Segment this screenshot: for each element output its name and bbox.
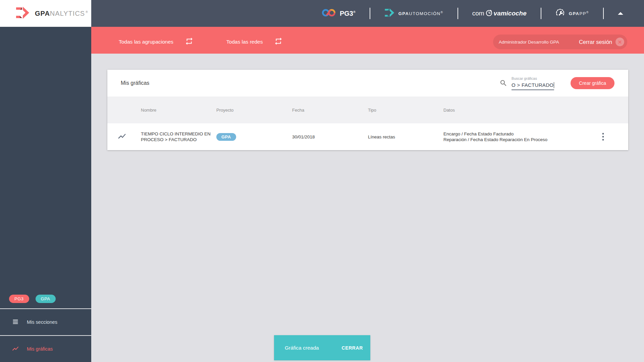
gpautomocion-wordmark: GPAUTOMOCIÓN®	[398, 11, 443, 16]
column-header-datos: Datos	[443, 108, 578, 113]
swap-icon[interactable]	[274, 37, 283, 47]
data-cell: Encargo / Fecha Estado Facturado Reparac…	[443, 131, 578, 142]
filter-bar: Todas las agrupaciones Todas las redes A…	[91, 27, 644, 54]
gpanalytics-wordmark: GPANALYTICS®	[35, 10, 88, 17]
column-header-tipo: Tipo	[368, 108, 443, 113]
column-header-nombre: Nombre	[141, 108, 216, 113]
gpapp-logo[interactable]: GPAPP®	[555, 8, 589, 19]
main-content: Mis gráficas Buscar gráficas O > FACTURA…	[91, 54, 644, 362]
sidebar-badges: PG3 GPA	[0, 289, 91, 308]
chart-type-icon	[107, 132, 141, 142]
chart-name-cell: TIEMPO CICLO INTERMEDIO EN PROCESO > FAC…	[141, 131, 216, 142]
snackbar-close-button[interactable]: CERRAR	[342, 345, 363, 351]
gpa-badge[interactable]: GPA	[36, 295, 56, 303]
menu-lines-icon	[12, 318, 19, 326]
topbar-separator	[458, 8, 458, 19]
comprovamicoche-post-text: vamicoche	[494, 10, 527, 17]
gpanalytics-logo[interactable]: GPANALYTICS®	[0, 0, 91, 27]
column-header-fecha: Fecha	[292, 108, 368, 113]
line-chart-icon	[12, 345, 19, 353]
snackbar-message: Gráfica creada	[285, 345, 319, 351]
gpautomocion-arrow-icon	[384, 7, 394, 19]
clock-icon	[485, 9, 493, 18]
user-session-pill: Administrador Desarrollo GPA Cerrar sesi…	[493, 35, 627, 49]
table-row[interactable]: TIEMPO CICLO INTERMEDIO EN PROCESO > FAC…	[107, 123, 628, 150]
topbar-separator	[541, 8, 541, 19]
pg3-wordmark: PG3®	[340, 10, 356, 17]
logout-label: Cerrar sesión	[579, 39, 612, 45]
project-badge: GPA	[216, 133, 236, 141]
topbar-app-links: PG3® GPAUTOMOCIÓN® com	[322, 0, 644, 27]
chevron-up-icon[interactable]	[618, 12, 623, 15]
card-header-actions: Buscar gráficas O > FACTURADO Crear gráf…	[499, 76, 628, 90]
top-bar: GPANALYTICS® PG3®	[0, 0, 644, 27]
networks-filter-label: Todas las redes	[226, 39, 263, 45]
gpautomocion-logo[interactable]: GPAUTOMOCIÓN®	[384, 7, 443, 19]
text-cursor	[554, 82, 554, 88]
groupings-filter-label: Todas las agrupaciones	[119, 39, 173, 45]
comprovamicoche-pre-text: com	[472, 10, 484, 17]
search-input-value: O > FACTURADO	[512, 82, 553, 88]
row-menu-button[interactable]	[578, 132, 628, 141]
create-chart-button[interactable]: Crear gráfica	[571, 77, 614, 89]
topbar-separator	[370, 8, 370, 19]
pg3-infinity-icon	[322, 8, 336, 18]
sidebar-bottom-section: PG3 GPA Mis secciones Mis gráficas	[0, 289, 91, 362]
sidebar-item-mis-graficas[interactable]: Mis gráficas	[0, 336, 91, 362]
charts-card: Mis gráficas Buscar gráficas O > FACTURA…	[107, 70, 628, 150]
sidebar-item-mis-secciones[interactable]: Mis secciones	[0, 309, 91, 335]
gpanalytics-arrow-icon	[15, 5, 30, 21]
table-header-row: Nombre Proyecto Fecha Tipo Datos	[107, 97, 628, 123]
pg3-badge[interactable]: PG3	[9, 295, 29, 303]
search-input-label: Buscar gráficas	[512, 76, 554, 80]
topbar-separator	[603, 8, 604, 19]
networks-filter[interactable]: Todas las redes	[226, 34, 283, 47]
pg3-logo[interactable]: PG3®	[322, 8, 356, 18]
swap-icon[interactable]	[185, 37, 194, 47]
sidebar-item-label: Mis gráficas	[27, 346, 53, 352]
search-icon[interactable]	[499, 79, 507, 87]
groupings-filter[interactable]: Todas las agrupaciones	[119, 34, 194, 47]
gpapp-wrench-gauge-icon	[555, 8, 565, 19]
sidebar: PG3 GPA Mis secciones Mis gráficas	[0, 27, 91, 362]
project-cell: GPA	[216, 133, 292, 141]
current-user-label: Administrador Desarrollo GPA	[499, 40, 559, 45]
column-header-proyecto: Proyecto	[216, 108, 292, 113]
card-header: Mis gráficas Buscar gráficas O > FACTURA…	[107, 70, 628, 97]
search-input[interactable]: Buscar gráficas O > FACTURADO	[512, 76, 554, 90]
gpapp-wordmark: GPAPP®	[569, 11, 589, 16]
comprovamicoche-logo[interactable]: com vamicoche	[472, 9, 527, 18]
close-session-icon[interactable]: ✕	[615, 38, 624, 46]
page-title: Mis gráficas	[121, 80, 149, 86]
type-cell: Líneas rectas	[368, 134, 443, 139]
sidebar-item-label: Mis secciones	[27, 319, 57, 325]
date-cell: 30/01/2018	[292, 134, 368, 139]
snackbar: Gráfica creada CERRAR	[274, 335, 370, 360]
logout-button[interactable]: Cerrar sesión ✕	[579, 38, 624, 46]
